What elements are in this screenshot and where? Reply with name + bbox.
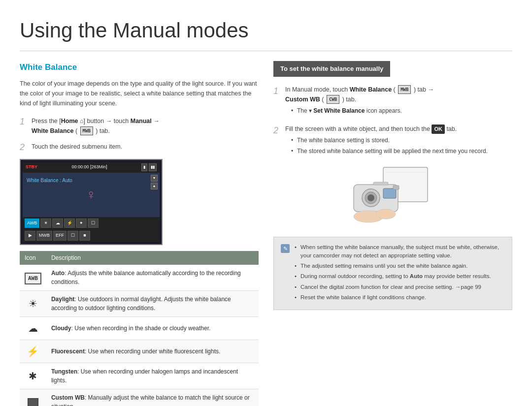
cam-screen: White Balance : Auto ♀ ▼ ▲ [23,173,160,217]
note-bullet-1: When setting the white balance manually,… [295,243,505,260]
table-cell-desc: Auto: Adjusts the white balance automati… [46,265,259,291]
cwb-icon-right: CWB [327,95,339,104]
table-cell-icon: ☁ [20,316,46,340]
cam-icon-signal: ▮▮ [149,163,157,171]
camera-ui-mockup: STBY 00:00:00 [263Min] ▮ ▮▮ White Balanc… [20,159,163,245]
cam-menu-icon-bulb: ✦ [76,219,87,228]
cam-menu-icon-cloud: ☁ [52,219,63,228]
svg-rect-6 [383,188,396,198]
note-bullet-2: The adjusted setting remains until you s… [295,262,505,270]
step-2: 2 Touch the desired submenu item. [20,142,259,153]
icon-description-table: Icon Description AWBAuto: Adjusts the wh… [20,251,259,406]
table-row: ⚡Fluorescent: Use when recording under w… [20,340,259,363]
step1-bullets: The ▾ Set White Balance icon appears. [285,106,434,116]
step-2-text: Touch the desired submenu item. [32,142,122,152]
note-bullet-4: Cancel the digital zoom function for cle… [295,283,505,291]
step2-bullets: The white balance setting is stored. The… [285,136,488,156]
table-cell-desc: Cloudy: Use when recording in the shade … [46,316,259,340]
cam-bottom-icon-3: EFF [53,231,66,241]
cam-bottom-icon-5: ■ [79,231,90,241]
right-step-1-number: 1 [273,85,281,98]
right-column: To set the white balance manually 1 In M… [273,61,512,406]
svg-rect-10 [373,182,388,185]
note-bullet-5: Reset the white balance if light conditi… [295,293,505,302]
cam-menu-icon-sun: ☀ [40,219,51,228]
cam-bottom-icon-2: MWB [36,231,52,241]
icon-box-cwb [28,398,38,406]
cam-menu-icon-wb: AWB [25,219,39,228]
svg-point-8 [376,209,396,219]
cam-wb-label: White Balance : Auto [27,177,72,184]
step-2-number: 2 [20,142,28,153]
right-step-2-number: 2 [273,124,281,137]
table-cell-icon [20,389,46,406]
table-row: AWBAuto: Adjusts the white balance autom… [20,265,259,291]
note-bullet-3: During normal outdoor recording, setting… [295,272,505,281]
table-row: ☁Cloudy: Use when recording in the shade… [20,316,259,340]
page-title: Using the Manual modes [20,15,512,51]
cam-menu-bar: AWB ☀ ☁ ⚡ ✦ ☐ [23,217,160,230]
cam-bird-graphic: ♀ [86,185,97,205]
icon-box-awb: AWB [25,273,41,285]
table-cell-icon: ✱ [20,363,46,389]
cam-menu-icon-fluor: ⚡ [64,219,75,228]
step-1-text: Press the [Home ⌂] button → touch Manual… [32,116,160,136]
right-step-2: 2 Fill the screen with a white object, a… [273,124,512,158]
cam-icons-right: ▮ ▮▮ [141,163,157,171]
cam-side-icon-2: ▲ [151,183,158,189]
table-cell-desc: Daylight: Use outdoors in normal dayligh… [46,290,259,316]
svg-point-5 [367,194,374,201]
table-row: ☀Daylight: Use outdoors in normal daylig… [20,290,259,316]
cam-side-icon-1: ▼ [151,175,158,182]
right-step-1: 1 In Manual mode, touch White Balance ( … [273,85,512,117]
intro-text: The color of your image depends on the t… [20,79,259,108]
table-cell-desc: Fluorescent: Use when recording under wh… [46,340,259,363]
note-content: When setting the white balance manually,… [295,243,505,302]
mwb-icon-step1: MWB [80,126,93,135]
table-cell-desc: Tungsten: Use when recording under halog… [46,363,259,389]
table-cell-icon: ⚡ [20,340,46,363]
table-cell-icon: ☀ [20,290,46,316]
step-1-number: 1 [20,116,28,127]
right-step-2-text: Fill the screen with a white object, and… [285,124,488,158]
cam-menu-icon-cwb: ☐ [88,219,99,228]
note-box: ✎ When setting the white balance manuall… [273,237,512,311]
ok-button: OK [432,125,445,134]
table-cell-icon: AWB [20,265,46,291]
table-header-icon: Icon [20,251,46,265]
mwb-icon-right: MWB [398,85,411,94]
step2-bullet-2: The stored white balance setting will be… [291,147,488,156]
cam-stby: STBY [26,164,37,171]
cam-bottom-icon-1: ▶ [25,231,35,241]
right-header-box: To set the white balance manually [273,61,390,77]
table-header-desc: Description [46,251,259,265]
left-column: White Balance The color of your image de… [20,61,259,406]
step2-bullet-1: The white balance setting is stored. [291,136,488,145]
svg-rect-9 [393,186,399,189]
cam-bottom-bar: ▶ MWB EFF ☐ ■ [23,229,160,242]
cam-bottom-icon-4: ☐ [67,231,78,241]
table-row: Custom WB: Manually adjust the white bal… [20,389,259,406]
step-1: 1 Press the [Home ⌂] button → touch Manu… [20,116,259,136]
cam-icon-battery: ▮ [141,163,147,171]
table-cell-desc: Custom WB: Manually adjust the white bal… [46,389,259,406]
cam-side-icons: ▼ ▲ [151,175,158,189]
cam-top-bar: STBY 00:00:00 [263Min] ▮ ▮▮ [23,162,160,173]
note-icon: ✎ [281,244,290,253]
camera-illustration [344,165,442,229]
section-heading: White Balance [20,61,259,74]
step1-bullet-1: The ▾ Set White Balance icon appears. [291,106,434,116]
cam-timer: 00:00:00 [263Min] [71,164,107,171]
right-step-1-text: In Manual mode, touch White Balance ( MW… [285,85,434,117]
table-row: ✱Tungsten: Use when recording under halo… [20,363,259,389]
